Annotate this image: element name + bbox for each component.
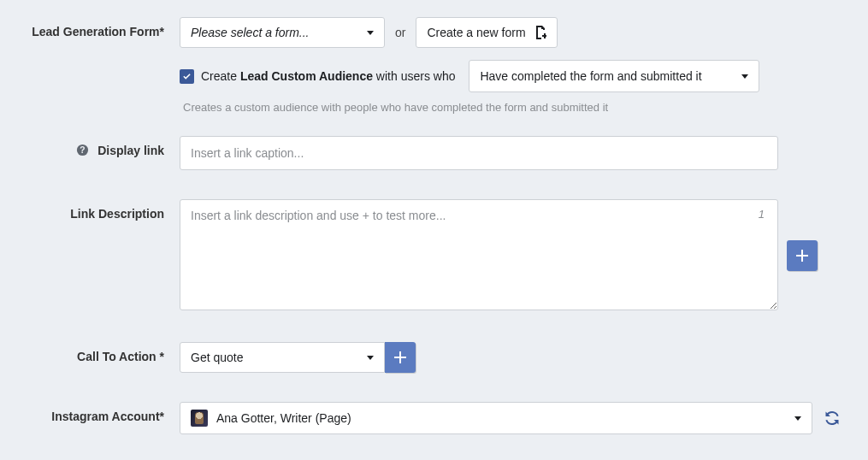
display-link-label: ? Display link bbox=[26, 136, 180, 160]
audience-helper-text: Creates a custom audience with people wh… bbox=[180, 101, 842, 114]
link-description-textarea[interactable] bbox=[180, 199, 778, 310]
link-description-label: Link Description bbox=[26, 199, 180, 221]
create-audience-checkbox[interactable] bbox=[180, 69, 194, 84]
instagram-account-value: Ana Gotter, Writer (Page) bbox=[216, 411, 782, 425]
instagram-account-select[interactable]: Ana Gotter, Writer (Page) bbox=[180, 402, 812, 434]
cta-value: Get quote bbox=[191, 351, 244, 364]
audience-condition-value: Have completed the form and submitted it bbox=[480, 69, 701, 83]
svg-text:?: ? bbox=[80, 145, 86, 155]
display-link-input[interactable] bbox=[180, 136, 778, 170]
refresh-icon[interactable] bbox=[824, 410, 840, 426]
new-file-icon bbox=[534, 26, 546, 39]
create-new-form-button[interactable]: Create a new form bbox=[416, 17, 557, 48]
help-icon[interactable]: ? bbox=[76, 145, 92, 159]
cta-select[interactable]: Get quote bbox=[180, 342, 385, 373]
chevron-down-icon bbox=[741, 74, 748, 79]
chevron-down-icon bbox=[367, 356, 374, 360]
or-text: or bbox=[395, 17, 405, 48]
add-description-button[interactable] bbox=[787, 240, 818, 271]
audience-condition-select[interactable]: Have completed the form and submitted it bbox=[469, 60, 759, 92]
chevron-down-icon bbox=[794, 416, 801, 421]
create-audience-label: Create Lead Custom Audience with users w… bbox=[201, 69, 455, 83]
instagram-account-label: Instagram Account* bbox=[26, 402, 180, 424]
lead-form-select-placeholder: Please select a form... bbox=[191, 26, 310, 39]
chevron-down-icon bbox=[367, 31, 374, 35]
avatar bbox=[191, 410, 208, 427]
lead-form-select[interactable]: Please select a form... bbox=[180, 17, 385, 48]
create-new-form-label: Create a new form bbox=[427, 26, 525, 39]
cta-label: Call To Action * bbox=[26, 342, 180, 364]
lead-form-label: Lead Generation Form* bbox=[26, 17, 180, 39]
add-cta-button[interactable] bbox=[385, 342, 416, 373]
